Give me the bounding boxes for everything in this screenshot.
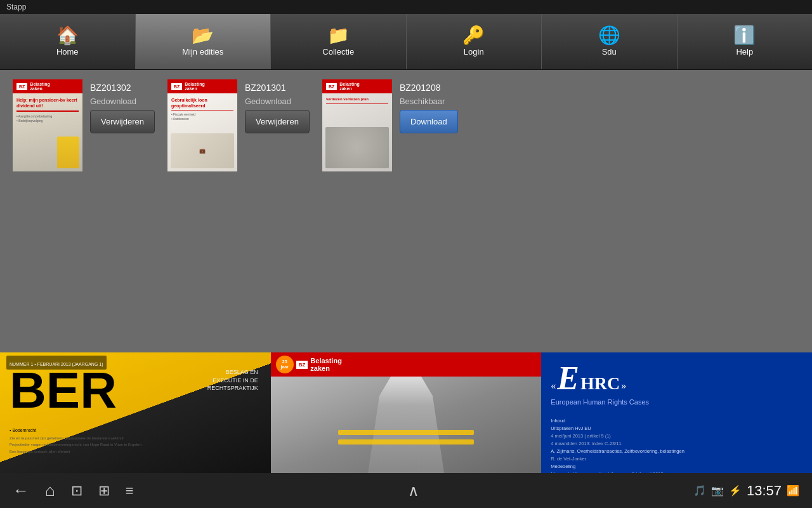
nav-home[interactable]: 🏠 Home [0,14,136,69]
bz-title-3: Belastingzaken [339,82,360,91]
bz25-logo: BZ [296,361,308,369]
edition-status-1: Gedownload [90,97,155,106]
edition-card-2: BZ Belastingzaken Gebruikelijk loon geop… [167,79,310,171]
edition-status-2: Gedownload [245,97,310,106]
ehrc-subtitle: European Human Rights Cases [551,398,802,407]
globe-icon: 🌐 [598,27,620,44]
home-icon: 🏠 [56,27,79,44]
ber-subtitle: BESLAG ENEXECUTIE IN DERECHTSPRAKTIJK [207,368,258,392]
time-display: 13:57 [747,483,782,499]
key-icon: 🔑 [462,27,485,44]
ber-big-text: BER [10,365,117,416]
edition-cover-1[interactable]: BZ Belastingzaken Help: mijn pensioen-bv… [13,79,82,171]
edition-cover-2[interactable]: BZ Belastingzaken Gebruikelijk loon geop… [167,79,237,171]
strip-item-ehrc[interactable]: « E HRC » European Human Rights Cases In… [541,352,812,473]
bz-title-1: Belastingzaken [30,82,50,91]
back-icon[interactable]: ← [13,481,29,500]
bottom-center: ∧ [408,482,419,500]
bz-logo-3: BZ [326,83,337,90]
nav-login-label: Login [464,47,484,57]
folder-open-icon: 📂 [192,27,214,44]
ehrc-content: Inhoud Uitspraken HvJ EU 4 mei/juni 2013… [551,417,802,473]
ehrc-logo-e: E [557,362,579,395]
recent-apps-icon[interactable]: ⊡ [71,483,82,499]
folder-icon: 📁 [327,27,350,44]
bz-logo-2: BZ [171,83,182,90]
scroll-up-icon[interactable]: ∧ [408,482,419,500]
edition-card-1: BZ Belastingzaken Help: mijn pensioen-bv… [13,79,155,171]
main-content: BZ Belastingzaken Help: mijn pensioen-bv… [0,70,812,473]
ehrc-logo-hrc: HRC [580,375,620,392]
ber-bottom-text: • Bodemrecht Zie en te pas met zijn gehe… [10,427,261,454]
verwijderen-button-2[interactable]: Verwijderen [245,110,310,133]
nav-sdu[interactable]: 🌐 Sdu [542,14,678,69]
nav-help[interactable]: ℹ️ Help [678,14,813,69]
bottom-left-icons: ← ⌂ ⊡ ⊞ ≡ [13,481,134,500]
battery-icon: ⚡ [729,485,742,497]
title-bar: Stapp [0,0,812,14]
options-icon[interactable]: ≡ [126,483,134,499]
bz25-header: 25jaar BZ Belastingzaken [271,352,542,377]
download-button-3[interactable]: Download [400,110,458,133]
edition-code-3: BZ201208 [400,83,458,93]
nav-collectie-label: Collectie [322,47,354,57]
ehrc-logo-area: « E HRC » [551,362,802,395]
home-system-icon[interactable]: ⌂ [45,481,55,500]
music-icon: 🎵 [693,485,706,497]
nav-login[interactable]: 🔑 Login [407,14,542,69]
nav-sdu-label: Sdu [602,47,617,57]
info-icon: ℹ️ [733,27,756,44]
bottom-bar: ← ⌂ ⊡ ⊞ ≡ ∧ 🎵 📷 ⚡ 13:57 📶 [0,473,812,508]
verwijderen-button-1[interactable]: Verwijderen [90,110,155,133]
edition-code-2: BZ201301 [245,83,310,93]
wifi-icon: 📶 [787,485,799,497]
nav-collectie[interactable]: 📁 Collectie [271,14,407,69]
nav-mijn-edities[interactable]: 📂 Mijn edities [136,14,272,69]
bz25-image [271,377,542,473]
app-title: Stapp [6,3,26,11]
strip-item-ber[interactable]: BER BESLAG ENEXECUTIE IN DERECHTSPRAKTIJ… [0,352,271,473]
camera-icon: 📷 [711,485,724,497]
bottom-right-status: 🎵 📷 ⚡ 13:57 📶 [693,483,799,499]
strip-item-bz25[interactable]: 25jaar BZ Belastingzaken [271,352,542,473]
bz25-anniversary-badge: 25jaar [276,356,294,373]
bz-title-2: Belastingzaken [185,82,205,91]
nav-help-label: Help [736,47,753,57]
edition-status-3: Beschikbaar [400,97,458,106]
bz-logo-1: BZ [16,83,27,90]
nav-home-label: Home [56,47,79,57]
nav-bar: 🏠 Home 📂 Mijn edities 📁 Collectie 🔑 Logi… [0,14,812,70]
edition-info-2: BZ201301 Gedownload Verwijderen [245,79,310,133]
screenshot-icon[interactable]: ⊞ [98,483,110,499]
bottom-strip: BER BESLAG ENEXECUTIE IN DERECHTSPRAKTIJ… [0,352,812,473]
edition-cover-3[interactable]: BZ Belastingzaken verliezen verliezen pl… [322,79,392,171]
edition-info-3: BZ201208 Beschikbaar Download [400,79,458,133]
nav-mijn-edities-label: Mijn edities [182,47,223,57]
edition-card-3: BZ Belastingzaken verliezen verliezen pl… [322,79,458,171]
editions-row: BZ Belastingzaken Help: mijn pensioen-bv… [0,70,812,181]
edition-info-1: BZ201302 Gedownload Verwijderen [90,79,155,133]
edition-code-1: BZ201302 [90,83,155,93]
bz25-title: Belastingzaken [310,357,342,372]
